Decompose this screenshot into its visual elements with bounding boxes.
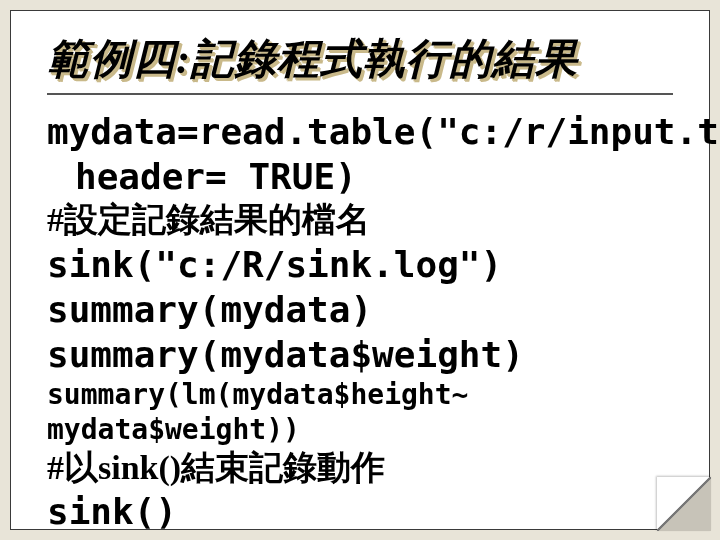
- comment-line-2: #以sink()結束記錄動作: [47, 447, 673, 490]
- code-line-5: summary(mydata$weight): [47, 332, 673, 377]
- code-line-7: sink(): [47, 489, 673, 534]
- title-rule: [47, 93, 673, 95]
- code-line-1: mydata=read.table("c:/r/input.txt",: [47, 109, 673, 154]
- page-curl-icon: [657, 477, 711, 531]
- code-line-4: summary(mydata): [47, 287, 673, 332]
- slide-title: 範例四:記錄程式執行的結果: [47, 35, 673, 83]
- slide-page: 範例四:記錄程式執行的結果 mydata=read.table("c:/r/in…: [10, 10, 710, 530]
- code-line-3: sink("c:/R/sink.log"): [47, 242, 673, 287]
- comment-line-1: #設定記錄結果的檔名: [47, 199, 673, 242]
- code-line-6: summary(lm(mydata$height~ mydata$weight)…: [47, 377, 673, 447]
- code-line-2: header= TRUE): [47, 154, 673, 199]
